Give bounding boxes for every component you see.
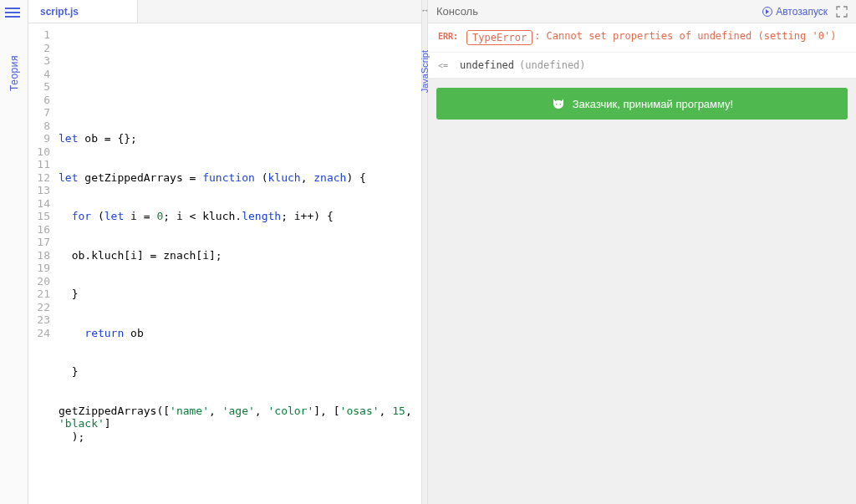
submit-button[interactable]: Заказчик, принимай программу!: [436, 88, 848, 120]
tab-bar: script.js: [28, 0, 421, 23]
error-label: ERR:: [438, 32, 458, 41]
log-prefix: <=: [438, 61, 448, 70]
output-header: Консоль Автозапуск: [428, 0, 856, 23]
menu-icon[interactable]: [5, 3, 23, 22]
console-error-row: ERR: TypeError : Cannot set properties o…: [428, 23, 856, 53]
console-title: Консоль: [436, 5, 478, 18]
resize-icon[interactable]: ↔: [420, 5, 432, 15]
autorun-button[interactable]: Автозапуск: [762, 6, 828, 18]
code-content[interactable]: let ob = {}; let getZippedArrays = funct…: [57, 23, 421, 504]
line-gutter: 123456789101112131415161718192021222324: [28, 23, 57, 504]
error-message: : Cannot set properties of undefined (se…: [534, 30, 836, 42]
console-output: ERR: TypeError : Cannot set properties o…: [428, 23, 856, 79]
pane-divider[interactable]: ↔ JavaScript: [421, 0, 428, 504]
cat-icon: [551, 96, 566, 111]
output-pane: Консоль Автозапуск ERR: TypeError : Cann…: [428, 0, 856, 504]
expand-icon[interactable]: [836, 6, 848, 18]
console-log-row: <= undefined (undefined): [428, 53, 856, 79]
play-icon: [762, 7, 772, 17]
language-label: JavaScript: [420, 50, 430, 93]
code-editor[interactable]: 123456789101112131415161718192021222324 …: [28, 23, 421, 504]
log-type: (undefined): [519, 59, 585, 71]
log-value: undefined: [460, 59, 514, 71]
theory-label[interactable]: Теория: [8, 55, 20, 91]
left-rail: Теория: [0, 0, 28, 504]
tab-scriptjs[interactable]: script.js: [28, 0, 138, 23]
error-type-badge: TypeError: [466, 30, 532, 45]
editor-pane: script.js 123456789101112131415161718192…: [28, 0, 421, 504]
